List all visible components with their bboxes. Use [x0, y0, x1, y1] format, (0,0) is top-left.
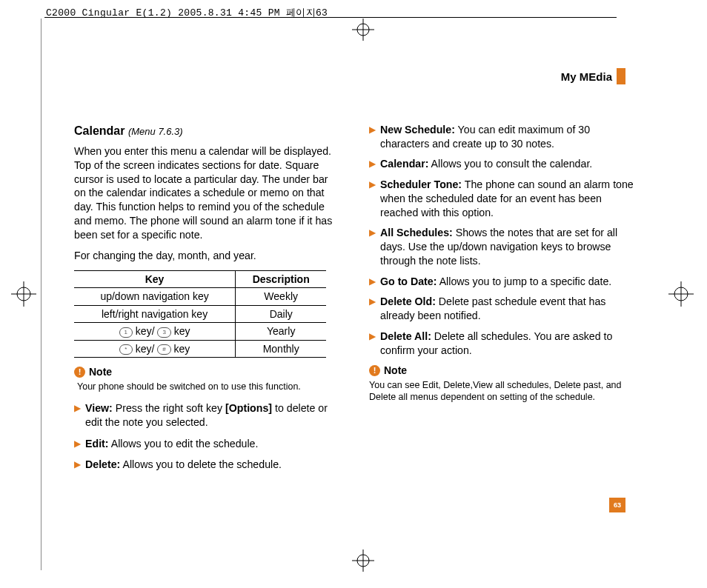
bullet-icon: ▶ — [74, 458, 81, 472]
section-tab: My MEdia — [561, 68, 625, 84]
table-header-row: Key Description — [74, 270, 326, 287]
table-row: * key/ # key Monthly — [74, 340, 326, 357]
crop-mark-top — [352, 19, 374, 41]
print-header: C2000 Cingular E(1.2) 2005.8.31 4:45 PM … — [46, 6, 328, 19]
td: Monthly — [236, 340, 327, 357]
list-item: ▶ View: Press the right soft key [Option… — [74, 401, 342, 429]
intro-para: When you enter this menu a calendar will… — [74, 144, 342, 241]
note-icon: ! — [369, 365, 380, 376]
th-key: Key — [74, 270, 236, 287]
list-item: ▶ Edit: Allows you to edit the schedule. — [74, 437, 342, 451]
item-text: Delete Old: Delete past schedule event t… — [380, 295, 637, 322]
note-label: Note — [384, 364, 407, 377]
item-text: Delete: Allows you to delete the schedul… — [85, 458, 342, 472]
crop-mark-bottom — [352, 549, 374, 572]
keycap-icon: # — [157, 344, 170, 355]
item-text: Calendar: Allows you to consult the cale… — [380, 157, 637, 171]
content-columns: Calendar (Menu 7.6.3) When you enter thi… — [74, 123, 637, 479]
table-row: 1 key/ 3 key Yearly — [74, 323, 326, 340]
list-item: ▶ Delete: Allows you to delete the sched… — [74, 458, 342, 472]
td: Weekly — [236, 288, 327, 305]
keycap-icon: 3 — [157, 327, 170, 338]
bullet-icon: ▶ — [369, 157, 376, 171]
left-column: Calendar (Menu 7.6.3) When you enter thi… — [74, 123, 342, 479]
note-heading: ! Note — [74, 365, 342, 378]
list-item: ▶ All Schedules: Shows the notes that ar… — [369, 226, 637, 267]
item-text: View: Press the right soft key [Options]… — [85, 401, 342, 429]
changing-para: For changing the day, month, and year. — [74, 249, 342, 263]
list-item: ▶ Scheduler Tone: The phone can sound an… — [369, 178, 637, 219]
note-body: Your phone should be switched on to use … — [77, 381, 342, 392]
td: 1 key/ 3 key — [74, 323, 236, 340]
item-text: Edit: Allows you to edit the schedule. — [85, 437, 342, 451]
note-label: Note — [89, 365, 112, 378]
item-text: Scheduler Tone: The phone can sound an a… — [380, 178, 637, 219]
item-text: Delete All: Delete all schedules. You ar… — [380, 330, 637, 357]
list-item: ▶ Delete All: Delete all schedules. You … — [369, 330, 637, 357]
list-item: ▶ Go to Date: Allows you to jump to a sp… — [369, 275, 637, 289]
reg-mark-left — [11, 281, 36, 310]
table-row: left/right navigation key Daily — [74, 305, 326, 322]
bullet-icon: ▶ — [369, 123, 376, 150]
note-heading: ! Note — [369, 364, 637, 377]
list-item: ▶ Delete Old: Delete past schedule event… — [369, 295, 637, 322]
item-text: Go to Date: Allows you to jump to a spec… — [380, 275, 637, 289]
heading-text: Calendar — [74, 124, 125, 137]
section-title: My MEdia — [561, 70, 612, 83]
bullet-icon: ▶ — [369, 330, 376, 357]
bullet-icon: ▶ — [369, 178, 376, 219]
td: * key/ # key — [74, 340, 236, 357]
item-text: New Schedule: You can edit maximum of 30… — [380, 123, 637, 150]
bullet-icon: ▶ — [74, 437, 81, 451]
bullet-icon: ▶ — [369, 275, 376, 289]
note-body: You can see Edit, Delete,View all schedu… — [369, 379, 637, 404]
reg-mark-right — [668, 281, 694, 310]
bullet-icon: ▶ — [74, 401, 81, 429]
page-number: 63 — [609, 498, 625, 512]
menu-ref: (Menu 7.6.3) — [128, 126, 183, 137]
list-item: ▶ Calendar: Allows you to consult the ca… — [369, 157, 637, 171]
right-column: ▶ New Schedule: You can edit maximum of … — [369, 123, 637, 479]
bullet-icon: ▶ — [369, 295, 376, 322]
note-icon: ! — [74, 367, 85, 378]
td: up/down navigation key — [74, 288, 236, 305]
keycap-icon: * — [119, 344, 133, 355]
table-row: up/down navigation key Weekly — [74, 288, 326, 305]
list-item: ▶ New Schedule: You can edit maximum of … — [369, 123, 637, 150]
key-table: Key Description up/down navigation key W… — [74, 270, 326, 358]
bullet-icon: ▶ — [369, 226, 376, 267]
td: left/right navigation key — [74, 305, 236, 322]
calendar-heading: Calendar (Menu 7.6.3) — [74, 123, 342, 138]
item-text: All Schedules: Shows the notes that are … — [380, 226, 637, 267]
td: Daily — [236, 305, 327, 322]
keycap-icon: 1 — [119, 327, 133, 338]
td: Yearly — [236, 323, 327, 340]
section-color-block — [617, 68, 625, 84]
th-desc: Description — [236, 270, 327, 287]
crop-vline — [41, 19, 42, 570]
